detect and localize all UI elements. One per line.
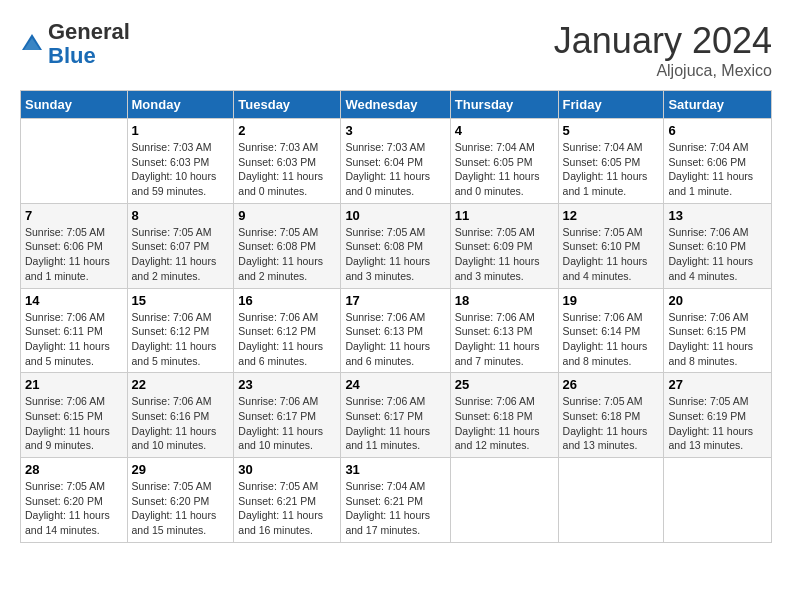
table-row: 20Sunrise: 7:06 AMSunset: 6:15 PMDayligh… bbox=[664, 288, 772, 373]
day-number: 4 bbox=[455, 123, 554, 138]
month-title: January 2024 bbox=[554, 20, 772, 62]
day-info: Sunrise: 7:06 AMSunset: 6:15 PMDaylight:… bbox=[668, 310, 767, 369]
calendar-header: Sunday Monday Tuesday Wednesday Thursday… bbox=[21, 91, 772, 119]
day-number: 13 bbox=[668, 208, 767, 223]
header-wednesday: Wednesday bbox=[341, 91, 450, 119]
day-number: 7 bbox=[25, 208, 123, 223]
page-header: General Blue January 2024 Aljojuca, Mexi… bbox=[20, 20, 772, 80]
day-info: Sunrise: 7:05 AMSunset: 6:08 PMDaylight:… bbox=[238, 225, 336, 284]
header-friday: Friday bbox=[558, 91, 664, 119]
day-info: Sunrise: 7:06 AMSunset: 6:12 PMDaylight:… bbox=[132, 310, 230, 369]
day-info: Sunrise: 7:06 AMSunset: 6:15 PMDaylight:… bbox=[25, 394, 123, 453]
day-number: 9 bbox=[238, 208, 336, 223]
calendar-week-row: 14Sunrise: 7:06 AMSunset: 6:11 PMDayligh… bbox=[21, 288, 772, 373]
table-row: 9Sunrise: 7:05 AMSunset: 6:08 PMDaylight… bbox=[234, 203, 341, 288]
logo-icon bbox=[20, 32, 44, 56]
day-number: 26 bbox=[563, 377, 660, 392]
logo-blue: Blue bbox=[48, 43, 96, 68]
day-number: 23 bbox=[238, 377, 336, 392]
table-row bbox=[558, 458, 664, 543]
day-number: 12 bbox=[563, 208, 660, 223]
table-row: 10Sunrise: 7:05 AMSunset: 6:08 PMDayligh… bbox=[341, 203, 450, 288]
calendar-week-row: 7Sunrise: 7:05 AMSunset: 6:06 PMDaylight… bbox=[21, 203, 772, 288]
day-info: Sunrise: 7:06 AMSunset: 6:17 PMDaylight:… bbox=[238, 394, 336, 453]
title-block: January 2024 Aljojuca, Mexico bbox=[554, 20, 772, 80]
day-info: Sunrise: 7:04 AMSunset: 6:21 PMDaylight:… bbox=[345, 479, 445, 538]
table-row: 3Sunrise: 7:03 AMSunset: 6:04 PMDaylight… bbox=[341, 119, 450, 204]
day-info: Sunrise: 7:03 AMSunset: 6:03 PMDaylight:… bbox=[238, 140, 336, 199]
day-number: 16 bbox=[238, 293, 336, 308]
table-row: 21Sunrise: 7:06 AMSunset: 6:15 PMDayligh… bbox=[21, 373, 128, 458]
day-number: 28 bbox=[25, 462, 123, 477]
logo-general: General bbox=[48, 19, 130, 44]
calendar-week-row: 1Sunrise: 7:03 AMSunset: 6:03 PMDaylight… bbox=[21, 119, 772, 204]
table-row: 4Sunrise: 7:04 AMSunset: 6:05 PMDaylight… bbox=[450, 119, 558, 204]
day-info: Sunrise: 7:06 AMSunset: 6:16 PMDaylight:… bbox=[132, 394, 230, 453]
table-row: 6Sunrise: 7:04 AMSunset: 6:06 PMDaylight… bbox=[664, 119, 772, 204]
day-info: Sunrise: 7:05 AMSunset: 6:06 PMDaylight:… bbox=[25, 225, 123, 284]
logo: General Blue bbox=[20, 20, 130, 68]
day-info: Sunrise: 7:05 AMSunset: 6:20 PMDaylight:… bbox=[132, 479, 230, 538]
day-info: Sunrise: 7:05 AMSunset: 6:08 PMDaylight:… bbox=[345, 225, 445, 284]
day-info: Sunrise: 7:06 AMSunset: 6:10 PMDaylight:… bbox=[668, 225, 767, 284]
calendar-body: 1Sunrise: 7:03 AMSunset: 6:03 PMDaylight… bbox=[21, 119, 772, 543]
table-row: 16Sunrise: 7:06 AMSunset: 6:12 PMDayligh… bbox=[234, 288, 341, 373]
day-number: 21 bbox=[25, 377, 123, 392]
table-row: 13Sunrise: 7:06 AMSunset: 6:10 PMDayligh… bbox=[664, 203, 772, 288]
location: Aljojuca, Mexico bbox=[554, 62, 772, 80]
day-info: Sunrise: 7:06 AMSunset: 6:14 PMDaylight:… bbox=[563, 310, 660, 369]
header-sunday: Sunday bbox=[21, 91, 128, 119]
day-number: 8 bbox=[132, 208, 230, 223]
table-row: 2Sunrise: 7:03 AMSunset: 6:03 PMDaylight… bbox=[234, 119, 341, 204]
table-row: 18Sunrise: 7:06 AMSunset: 6:13 PMDayligh… bbox=[450, 288, 558, 373]
table-row: 11Sunrise: 7:05 AMSunset: 6:09 PMDayligh… bbox=[450, 203, 558, 288]
day-number: 6 bbox=[668, 123, 767, 138]
day-number: 10 bbox=[345, 208, 445, 223]
day-number: 22 bbox=[132, 377, 230, 392]
day-info: Sunrise: 7:04 AMSunset: 6:05 PMDaylight:… bbox=[455, 140, 554, 199]
day-number: 18 bbox=[455, 293, 554, 308]
table-row bbox=[664, 458, 772, 543]
day-info: Sunrise: 7:06 AMSunset: 6:18 PMDaylight:… bbox=[455, 394, 554, 453]
day-info: Sunrise: 7:05 AMSunset: 6:20 PMDaylight:… bbox=[25, 479, 123, 538]
day-info: Sunrise: 7:04 AMSunset: 6:05 PMDaylight:… bbox=[563, 140, 660, 199]
table-row bbox=[21, 119, 128, 204]
table-row: 25Sunrise: 7:06 AMSunset: 6:18 PMDayligh… bbox=[450, 373, 558, 458]
day-info: Sunrise: 7:05 AMSunset: 6:18 PMDaylight:… bbox=[563, 394, 660, 453]
day-info: Sunrise: 7:03 AMSunset: 6:04 PMDaylight:… bbox=[345, 140, 445, 199]
day-number: 2 bbox=[238, 123, 336, 138]
calendar-week-row: 21Sunrise: 7:06 AMSunset: 6:15 PMDayligh… bbox=[21, 373, 772, 458]
day-info: Sunrise: 7:04 AMSunset: 6:06 PMDaylight:… bbox=[668, 140, 767, 199]
calendar-table: Sunday Monday Tuesday Wednesday Thursday… bbox=[20, 90, 772, 543]
day-info: Sunrise: 7:06 AMSunset: 6:13 PMDaylight:… bbox=[455, 310, 554, 369]
table-row: 24Sunrise: 7:06 AMSunset: 6:17 PMDayligh… bbox=[341, 373, 450, 458]
day-info: Sunrise: 7:06 AMSunset: 6:12 PMDaylight:… bbox=[238, 310, 336, 369]
day-number: 15 bbox=[132, 293, 230, 308]
day-number: 3 bbox=[345, 123, 445, 138]
day-number: 1 bbox=[132, 123, 230, 138]
calendar-week-row: 28Sunrise: 7:05 AMSunset: 6:20 PMDayligh… bbox=[21, 458, 772, 543]
day-number: 27 bbox=[668, 377, 767, 392]
day-info: Sunrise: 7:05 AMSunset: 6:10 PMDaylight:… bbox=[563, 225, 660, 284]
day-number: 5 bbox=[563, 123, 660, 138]
header-saturday: Saturday bbox=[664, 91, 772, 119]
day-number: 11 bbox=[455, 208, 554, 223]
day-number: 14 bbox=[25, 293, 123, 308]
day-info: Sunrise: 7:06 AMSunset: 6:11 PMDaylight:… bbox=[25, 310, 123, 369]
day-info: Sunrise: 7:03 AMSunset: 6:03 PMDaylight:… bbox=[132, 140, 230, 199]
table-row: 5Sunrise: 7:04 AMSunset: 6:05 PMDaylight… bbox=[558, 119, 664, 204]
table-row: 22Sunrise: 7:06 AMSunset: 6:16 PMDayligh… bbox=[127, 373, 234, 458]
table-row: 19Sunrise: 7:06 AMSunset: 6:14 PMDayligh… bbox=[558, 288, 664, 373]
table-row: 14Sunrise: 7:06 AMSunset: 6:11 PMDayligh… bbox=[21, 288, 128, 373]
table-row: 1Sunrise: 7:03 AMSunset: 6:03 PMDaylight… bbox=[127, 119, 234, 204]
table-row: 31Sunrise: 7:04 AMSunset: 6:21 PMDayligh… bbox=[341, 458, 450, 543]
day-info: Sunrise: 7:05 AMSunset: 6:19 PMDaylight:… bbox=[668, 394, 767, 453]
header-monday: Monday bbox=[127, 91, 234, 119]
day-number: 20 bbox=[668, 293, 767, 308]
day-info: Sunrise: 7:05 AMSunset: 6:21 PMDaylight:… bbox=[238, 479, 336, 538]
table-row: 7Sunrise: 7:05 AMSunset: 6:06 PMDaylight… bbox=[21, 203, 128, 288]
day-info: Sunrise: 7:05 AMSunset: 6:09 PMDaylight:… bbox=[455, 225, 554, 284]
day-info: Sunrise: 7:05 AMSunset: 6:07 PMDaylight:… bbox=[132, 225, 230, 284]
table-row: 30Sunrise: 7:05 AMSunset: 6:21 PMDayligh… bbox=[234, 458, 341, 543]
logo-text: General Blue bbox=[48, 20, 130, 68]
